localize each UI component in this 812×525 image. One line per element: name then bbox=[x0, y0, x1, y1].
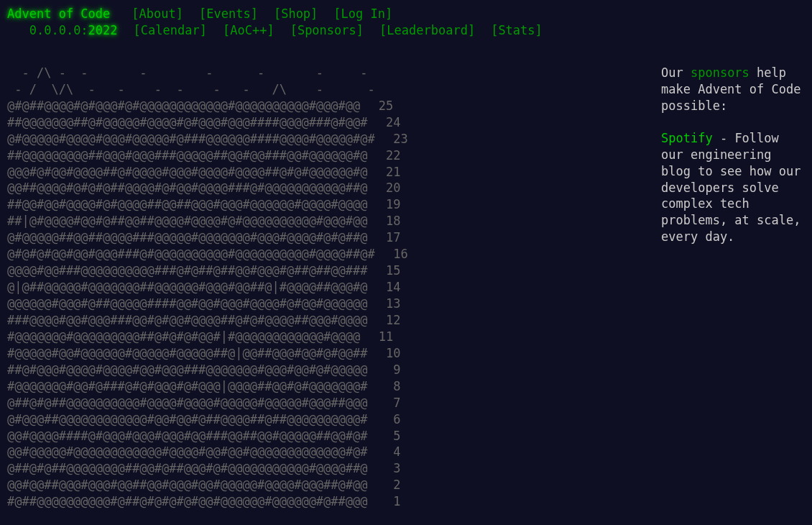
calendar-day-row[interactable]: #@@@@@@@#@@@@@@@@@##@#@#@#@@#|#@@@@@@@@@… bbox=[7, 329, 408, 345]
user-label: 0.0.0.0: bbox=[29, 22, 88, 39]
sponsor-intro: Our sponsors help make Advent of Code po… bbox=[661, 65, 805, 114]
calendar-day-row[interactable]: @#@#@#@@#@@#@@@###@#@@@@@@@@@@#@@@@@@@@@… bbox=[7, 246, 408, 262]
calendar-day-ascii: @@#@@##@@@#@@@#@@##@@#@@@#@@#@@@@@#@@@@#… bbox=[7, 478, 368, 492]
main-content: - /\ - - - - - - - - / \/\ - - - - - - /… bbox=[7, 65, 805, 510]
calendar-day-ascii: @#@##@@@@#@#@@@#@#@@@@@@@@@@@@#@@@@@@@@@… bbox=[7, 99, 360, 113]
calendar-day-row[interactable]: @|@##@@@@@#@@@@@@@##@@@@@@#@@@#@@##@|#@@… bbox=[7, 279, 408, 296]
nav-leaderboard[interactable]: Leaderboard bbox=[387, 22, 468, 39]
calendar-day-number: 25 bbox=[373, 98, 393, 114]
calendar-day-row[interactable]: @#@##@@@@#@#@@@#@#@@@@@@@@@@@@#@@@@@@@@@… bbox=[7, 98, 408, 114]
calendar-day-ascii: @##@#@##@@@@@@@@@@#@@@@#@@@@#@@@@@#@@@@@… bbox=[7, 396, 368, 410]
calendar-day-number: 17 bbox=[381, 229, 401, 246]
calendar-day-ascii: @#@@@##@@@@@@@@@@@@#@@#@@#@##@@@@##@##@@… bbox=[7, 412, 368, 426]
calendar-day-ascii: @##@#@##@@@@@@@@##@@#@##@@@#@#@@@@@@@@@@… bbox=[7, 461, 368, 475]
calendar-day-ascii: ##@@@@@@@##@#@@@@@#@@@@#@#@@@#@@@####@@@… bbox=[7, 115, 368, 129]
calendar-day-ascii: #@@@@@@@#@@#@###@#@#@@@#@#@@@|@@@@##@@#@… bbox=[7, 379, 368, 393]
calendar-day-number: 18 bbox=[381, 213, 401, 229]
calendar-day-ascii: #@@@@@#@@#@@@@@@#@@@@@#@@@@@##@|@@##@@@#… bbox=[7, 346, 368, 360]
nav-aocpp[interactable]: AoC++ bbox=[230, 22, 267, 39]
calendar-day-number: 11 bbox=[373, 329, 393, 345]
calendar-day-ascii: ##@#@@@#@@@@#@@@@#@@#@@@###@@@@@@@#@@@#@… bbox=[7, 362, 368, 377]
sponsor-sep: - bbox=[713, 131, 735, 145]
header-row-2: 0.0.0.0:2022 [Calendar] [AoC++] [Sponsor… bbox=[7, 22, 805, 39]
calendar-day-row[interactable]: @@@@#@@###@@@@@@@@@@###@#@##@##@@#@@@#@#… bbox=[7, 262, 408, 279]
calendar-day-row[interactable]: @@@#@#@@#@@@@##@#@@@@#@@@#@@@@#@@@@##@#@… bbox=[7, 164, 408, 181]
nav-stats[interactable]: Stats bbox=[498, 22, 535, 39]
site-header: Advent of Code [About] [Events] [Shop] [… bbox=[7, 6, 805, 39]
sponsor-entry: Spotify - Follow our engineering blog to… bbox=[661, 130, 805, 246]
calendar-day-number: 12 bbox=[381, 312, 401, 329]
calendar-grid: - /\ - - - - - - - - / \/\ - - - - - - /… bbox=[7, 65, 408, 510]
calendar-day-row[interactable]: @@##@@@@#@#@#@##@@@@#@#@@#@@@@###@#@@@@@… bbox=[7, 180, 408, 196]
calendar-day-number: 6 bbox=[381, 411, 401, 428]
calendar-day-number: 13 bbox=[381, 296, 401, 312]
calendar-day-ascii: ###@@@@#@@#@@@###@@#@#@@#@@@@##@#@#@@@@#… bbox=[7, 313, 368, 327]
calendar-day-row[interactable]: @@#@@##@@@#@@@#@@##@@#@@@#@@#@@@@@#@@@@#… bbox=[7, 477, 408, 493]
calendar-day-number: 2 bbox=[381, 477, 401, 493]
calendar-day-row[interactable]: @#@@@##@@@@@@@@@@@@#@@#@@#@##@@@@##@##@@… bbox=[7, 411, 408, 428]
calendar-decor-line: - /\ - - - - - - - bbox=[7, 65, 408, 81]
nav-events[interactable]: Events bbox=[206, 6, 250, 22]
calendar-day-row[interactable]: #@@@@@@@#@@#@###@#@#@@@#@#@@@|@@@@##@@#@… bbox=[7, 378, 408, 395]
nav-shop[interactable]: Shop bbox=[281, 6, 310, 22]
calendar-day-row[interactable]: #@##@@@@@@@@@@#@##@#@#@#@#@@#@@@@@@#@@@@… bbox=[7, 493, 408, 510]
calendar-day-number: 4 bbox=[381, 444, 401, 460]
calendar-day-row[interactable]: ###@@@@#@@#@@@###@@#@#@@#@@@@##@#@#@@@@#… bbox=[7, 312, 408, 329]
calendar-day-row[interactable]: @@#@@@@@#@@@@@@@@@@@@#@@@@#@@#@@#@@@@@@@… bbox=[7, 444, 408, 460]
calendar-day-ascii: @#@@@@@#@@@@#@@@#@@@@@#@###@@@@@@####@@@… bbox=[7, 132, 375, 146]
calendar-day-number: 5 bbox=[381, 428, 401, 444]
calendar-day-row[interactable]: @@@@@@#@@@#@##@@@@@####@@#@@#@@@#@@@@#@#… bbox=[7, 296, 408, 312]
calendar-day-row[interactable]: ##@@@@@@@##@#@@@@@#@@@@#@#@@@#@@@####@@@… bbox=[7, 114, 408, 131]
calendar-day-ascii: @@@@#@@###@@@@@@@@@@###@#@##@##@@#@@@#@#… bbox=[7, 263, 368, 278]
sponsors-link[interactable]: sponsors bbox=[691, 65, 749, 80]
calendar-day-row[interactable]: @#@@@@@##@@##@@@@###@@@@@#@@@@@@@#@@@#@@… bbox=[7, 229, 408, 246]
calendar-day-ascii: #@##@@@@@@@@@@#@##@#@#@#@#@@#@@@@@@#@@@@… bbox=[7, 494, 368, 508]
calendar-day-number: 7 bbox=[381, 395, 401, 411]
calendar-day-number: 24 bbox=[381, 114, 401, 131]
calendar-day-row[interactable]: ##@@@@@@@@@##@@@#@@@###@@@@@##@@#@@###@@… bbox=[7, 147, 408, 164]
calendar-day-number: 14 bbox=[381, 279, 401, 296]
calendar-day-row[interactable]: ##|@#@@@@#@@#@##@@##@@@@#@@@@#@#@@@@@@@@… bbox=[7, 213, 408, 229]
calendar-day-number: 8 bbox=[381, 378, 401, 395]
calendar-day-row[interactable]: @##@#@##@@@@@@@@@@#@@@@#@@@@#@@@@@#@@@@@… bbox=[7, 395, 408, 411]
calendar-day-row[interactable]: ##@@#@@#@@@@#@#@@@@##@@##@@@#@@@#@@@@@@#… bbox=[7, 196, 408, 213]
sponsor-sidebar: Our sponsors help make Advent of Code po… bbox=[661, 65, 805, 510]
calendar-day-number: 9 bbox=[381, 362, 401, 378]
calendar-day-ascii: ##@@@@@@@@@##@@@#@@@###@@@@@##@@#@@###@@… bbox=[7, 148, 368, 163]
calendar-day-ascii: @#@#@#@@#@@#@@@###@#@@@@@@@@@@#@@@@@@@@@… bbox=[7, 247, 375, 261]
calendar-day-ascii: #@@@@@@@#@@@@@@@@@##@#@#@#@@#|#@@@@@@@@@… bbox=[7, 329, 360, 344]
calendar-day-ascii: @@#@@@@####@#@@@#@@@#@@@#@@###@@##@@#@@@… bbox=[7, 429, 368, 443]
header-row-1: Advent of Code [About] [Events] [Shop] [… bbox=[7, 6, 805, 22]
calendar-day-number: 1 bbox=[381, 493, 401, 510]
calendar-day-ascii: @@#@@@@@#@@@@@@@@@@@@#@@@@#@@#@@#@@@@@@@… bbox=[7, 444, 368, 459]
calendar-day-number: 21 bbox=[381, 164, 401, 181]
calendar-day-number: 23 bbox=[388, 131, 408, 147]
calendar-day-ascii: @@@@@@#@@@#@##@@@@@####@@#@@#@@@#@@@@#@#… bbox=[7, 296, 368, 311]
nav-login[interactable]: Log In bbox=[341, 6, 385, 22]
calendar-day-ascii: @@@#@#@@#@@@@##@#@@@@#@@@#@@@@#@@@@##@#@… bbox=[7, 165, 368, 179]
nav-calendar[interactable]: Calendar bbox=[141, 22, 200, 39]
site-title[interactable]: Advent of Code bbox=[7, 6, 110, 22]
calendar-day-number: 19 bbox=[381, 196, 401, 213]
nav-about[interactable]: About bbox=[139, 6, 176, 22]
calendar-day-number: 22 bbox=[381, 147, 401, 164]
calendar-day-ascii: ##|@#@@@@#@@#@##@@##@@@@#@@@@#@#@@@@@@@@… bbox=[7, 214, 368, 228]
calendar-day-number: 20 bbox=[381, 180, 401, 196]
calendar-day-row[interactable]: @#@@@@@#@@@@#@@@#@@@@@#@###@@@@@@####@@@… bbox=[7, 131, 408, 147]
calendar-day-ascii: @@##@@@@#@#@#@##@@@@#@#@@#@@@@###@#@@@@@… bbox=[7, 181, 368, 195]
calendar-day-number: 10 bbox=[381, 345, 401, 362]
calendar-day-row[interactable]: @##@#@##@@@@@@@@##@@#@##@@@#@#@@@@@@@@@@… bbox=[7, 460, 408, 477]
calendar-day-ascii: @#@@@@@##@@##@@@@###@@@@@#@@@@@@@#@@@#@@… bbox=[7, 230, 368, 245]
calendar-day-number: 15 bbox=[381, 262, 401, 279]
calendar-day-row[interactable]: @@#@@@@####@#@@@#@@@#@@@#@@###@@##@@#@@@… bbox=[7, 428, 408, 444]
nav-sponsors[interactable]: Sponsors bbox=[297, 22, 356, 39]
sponsor-name-link[interactable]: Spotify bbox=[661, 131, 713, 145]
calendar-day-number: 3 bbox=[381, 460, 401, 477]
calendar-day-ascii: @|@##@@@@@#@@@@@@@##@@@@@@#@@@#@@##@|#@@… bbox=[7, 280, 368, 294]
calendar-day-row[interactable]: ##@#@@@#@@@@#@@@@#@@#@@@###@@@@@@@#@@@#@… bbox=[7, 362, 408, 378]
calendar-day-row[interactable]: #@@@@@#@@#@@@@@@#@@@@@#@@@@@##@|@@##@@@#… bbox=[7, 345, 408, 362]
calendar-day-ascii: ##@@#@@#@@@@#@#@@@@##@@##@@@#@@@#@@@@@@#… bbox=[7, 197, 368, 211]
year-link[interactable]: 2022 bbox=[88, 22, 118, 39]
calendar-decor-line: - / \/\ - - - - - - /\ - - bbox=[7, 81, 408, 98]
intro-pre: Our bbox=[661, 65, 691, 80]
